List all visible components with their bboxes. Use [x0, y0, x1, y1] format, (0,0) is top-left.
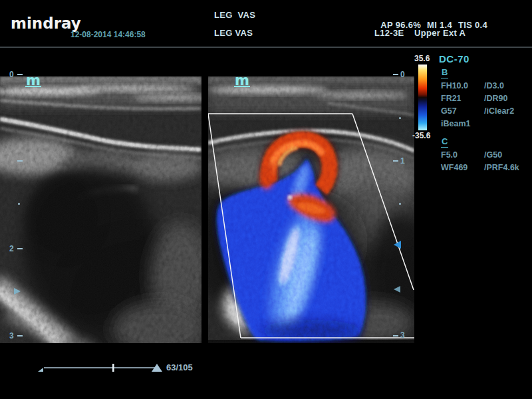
- param-left: iBeam1: [441, 119, 470, 128]
- param-right: /PRF4.6k: [484, 163, 519, 172]
- probe-label: L12-3E: [374, 28, 404, 38]
- ruler-tick: [17, 335, 23, 336]
- depth-label: 2: [9, 245, 14, 253]
- param-left: G57: [441, 106, 457, 116]
- color-doppler-image[interactable]: [208, 76, 414, 343]
- param-left: FH10.0: [441, 81, 468, 90]
- acoustic-output-readout: AP 96.6%MI 1.4TIS 0.4: [376, 10, 493, 30]
- depth-label: 3: [400, 331, 405, 339]
- param-row: F5.0 /G50: [441, 150, 529, 160]
- param-row: WF469 /PRF4.6k: [441, 163, 529, 172]
- param-right: /DR90: [484, 94, 507, 103]
- frame-counter: 63/105: [166, 362, 193, 372]
- param-row: G57 /iClear2: [441, 106, 529, 116]
- orientation-marker-right: m: [234, 76, 250, 87]
- ruler-tick: [393, 335, 398, 336]
- param-left: FR21: [441, 94, 462, 103]
- b-mode-image[interactable]: [0, 76, 201, 343]
- ruler-tick: [17, 160, 23, 162]
- color-scale-min: -35.6: [412, 131, 430, 140]
- ruler-tick: [17, 74, 23, 75]
- color-scale-max: 35.6: [414, 54, 430, 63]
- ruler-tick: [393, 74, 398, 75]
- color-scale-bar: [418, 65, 427, 130]
- param-right: /D3.0: [484, 81, 504, 90]
- steer-marker-icon: [394, 241, 401, 249]
- cine-position-handle[interactable]: [112, 364, 114, 372]
- exam-type-line2: LEG VAS: [214, 28, 253, 38]
- param-row: FR21 /DR90: [441, 94, 529, 103]
- param-row: iBeam1: [441, 119, 529, 128]
- ruler-dot: [399, 117, 401, 119]
- b-mode-texture: [0, 76, 201, 343]
- param-right: /G50: [484, 150, 502, 160]
- ruler-dot: [399, 203, 401, 205]
- datetime-label: 12-08-2014 14:46:58: [70, 30, 146, 39]
- cine-start-marker: [38, 368, 43, 372]
- param-right: /iClear2: [484, 106, 514, 116]
- b-mode-section-label: B: [441, 67, 448, 78]
- orientation-marker-left: m: [25, 76, 41, 87]
- header-divider: [0, 47, 532, 48]
- focus-marker-icon: [14, 288, 21, 295]
- exam-type-line1: LEG VAS: [214, 10, 255, 20]
- ruler-tick: [17, 248, 23, 249]
- param-left: F5.0: [441, 150, 458, 160]
- machine-model-label: DC-70: [439, 53, 469, 65]
- depth-label: 3: [9, 332, 14, 340]
- ruler-dot: [18, 203, 20, 205]
- focus-marker-icon: [394, 286, 400, 293]
- c-mode-section-label: C: [441, 136, 448, 148]
- ultrasound-screen: { "header": { "logo": "mindray", "dateti…: [0, 0, 532, 399]
- param-left: WF469: [441, 163, 467, 172]
- depth-label: 0: [400, 70, 405, 78]
- depth-label: 1: [400, 157, 405, 165]
- param-row: FH10.0 /D3.0: [441, 81, 529, 90]
- ruler-tick: [393, 160, 398, 162]
- preset-label: Upper Ext A: [414, 28, 466, 38]
- depth-label: 0: [9, 70, 14, 78]
